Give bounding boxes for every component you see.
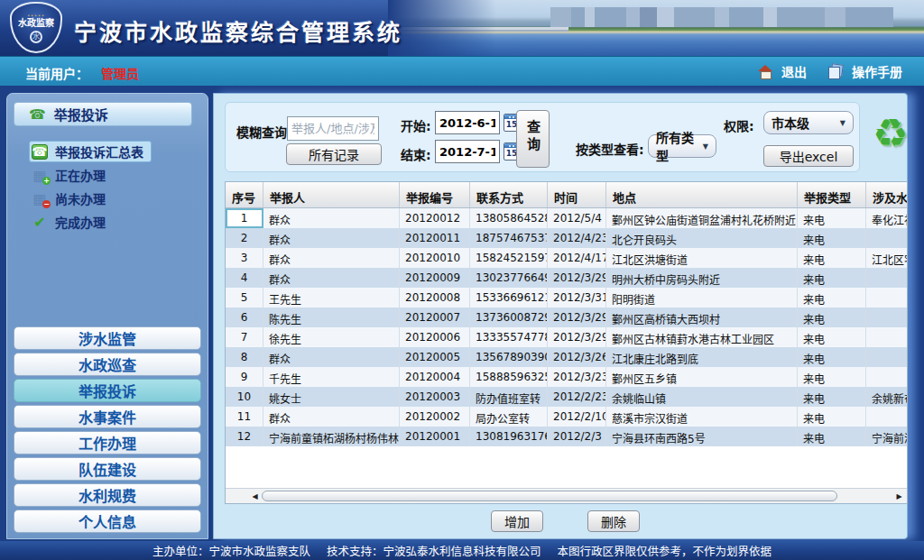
table-cell: 3 — [226, 248, 263, 268]
module-button-水事案件[interactable]: 水事案件 — [14, 405, 201, 428]
page-title: 宁波市水政监察综合管理系统 — [74, 14, 402, 47]
scroll-right-icon[interactable]: ▶ — [893, 491, 905, 502]
column-header[interactable]: 序号 — [226, 182, 263, 207]
refresh-icon[interactable]: ♻ — [873, 114, 908, 153]
fuzzy-query-label: 模糊查询: — [236, 123, 292, 141]
table-cell: 2012/3/26 — [548, 347, 606, 367]
scrollbar-thumb[interactable] — [262, 491, 837, 501]
table-cell: 来电 — [798, 427, 866, 446]
table-row[interactable]: 12宁海前童镇柘湖杨村杨伟林20120001130819631762012/2/… — [226, 427, 908, 446]
table-cell: 6 — [226, 308, 263, 327]
table-cell: 鄞州区高桥镇大西坝村 — [606, 308, 798, 327]
table-cell: 12 — [226, 427, 263, 446]
table-cell: 13805864528 — [470, 208, 548, 228]
table-cell: 来电 — [798, 288, 866, 308]
table-cell: 20120008 — [400, 288, 470, 308]
table-row[interactable]: 5王先生20120008153366961212012/3/31阳明街道来电 — [226, 288, 908, 308]
column-header[interactable]: 时间 — [548, 182, 606, 207]
table-row[interactable]: 1群众20120012138058645282012/5/4鄞州区钟公庙街道铜盆… — [226, 208, 908, 228]
delete-button[interactable]: 删除 — [587, 510, 640, 532]
table-row[interactable]: 9千先生20120004158885963252012/3/23鄞州区五乡镇来电 — [226, 367, 908, 387]
table-row[interactable]: 11群众20120002局办公室转2012/2/10慈溪市宗汉街道来电 — [226, 407, 908, 427]
module-button-队伍建设[interactable]: 队伍建设 — [14, 457, 201, 481]
table-row[interactable]: 3群众20120010158245215972012/4/17江北区洪塘街道来电… — [226, 248, 908, 268]
table-cell: 9 — [226, 367, 263, 387]
column-header[interactable]: 举报人 — [263, 182, 400, 207]
phone-icon: ☎ — [29, 106, 46, 123]
manual-link[interactable]: 操作手册 — [852, 62, 902, 80]
table-row[interactable]: 8群众20120005135678903902012/3/26江北康庄北路到底来… — [226, 347, 908, 367]
chevron-down-icon: ▼ — [840, 119, 845, 127]
column-header[interactable]: 举报编号 — [400, 182, 470, 207]
table-cell: 阳明街道 — [606, 288, 798, 308]
table-row[interactable]: 4群众20120009130237766492012/3/29明州大桥中房码头附… — [226, 268, 908, 288]
table-cell: 20120002 — [400, 407, 470, 427]
table-cell: 15336696121 — [470, 288, 548, 308]
logout-link[interactable]: 退出 — [781, 62, 807, 80]
table-cell: 13335574778 — [470, 327, 548, 347]
column-header[interactable]: 举报类型 — [798, 182, 866, 207]
sidebar-item[interactable]: ☎举报投诉汇总表 — [29, 141, 152, 162]
sidebar-item-label: 正在办理 — [55, 166, 106, 184]
table-cell: 11 — [226, 407, 263, 427]
table-cell: 2012/3/29 — [548, 268, 606, 288]
table-cell: 2012/3/29 — [548, 308, 606, 327]
table-cell: 20120012 — [400, 208, 470, 228]
sidebar-group-header[interactable]: ☎ 举报投诉 — [14, 102, 192, 126]
table-cell — [866, 347, 908, 367]
horizontal-scrollbar[interactable]: ◀ ▶ — [226, 488, 907, 503]
sidebar-item[interactable]: ✔完成办理 — [29, 211, 114, 233]
table-cell: 防办值班室转 — [470, 387, 548, 407]
check-icon: ✔ — [32, 215, 48, 230]
module-button-举报投诉[interactable]: 举报投诉 — [14, 379, 201, 402]
module-button-水政巡查[interactable]: 水政巡查 — [14, 353, 201, 376]
table-cell: 20120011 — [400, 228, 470, 248]
type-dropdown[interactable]: 所有类型 ▼ — [648, 134, 716, 158]
module-button-水利规费[interactable]: 水利规费 — [14, 483, 201, 507]
complaints-table: 序号举报人举报编号联系方式时间地点举报类型涉及水域 1群众20120012138… — [225, 181, 908, 504]
table-add-icon: ▦+ — [32, 168, 48, 183]
module-button-个人信息[interactable]: 个人信息 — [14, 510, 201, 533]
column-header[interactable]: 涉及水域 — [866, 182, 908, 207]
scroll-left-icon[interactable]: ◀ — [249, 491, 261, 502]
start-date-input[interactable] — [435, 111, 500, 134]
module-button-涉水监管[interactable]: 涉水监管 — [14, 326, 201, 350]
table-row[interactable]: 6陈先生20120007137360087292012/3/29鄞州区高桥镇大西… — [226, 308, 908, 327]
table-cell: 北仑开良码头 — [606, 228, 798, 248]
table-cell: 来电 — [798, 407, 866, 427]
main-panel: 模糊查询: 所有记录 开始: 15 结束: 15 查询 按类型查看: 所有类型 … — [213, 93, 908, 539]
table-cell: 来电 — [798, 367, 866, 387]
fuzzy-query-input[interactable] — [287, 116, 379, 141]
table-row[interactable]: 10姚女士20120003防办值班室转2012/2/23余姚临山镇来电余姚新奄 — [226, 387, 908, 407]
sidebar-item-label: 完成办理 — [55, 213, 106, 231]
table-row[interactable]: 7徐先生20120006133355747782012/3/29鄞州区古林镇葑水… — [226, 327, 908, 347]
table-cell: 20120005 — [400, 347, 470, 367]
table-cell: 江北区宅 — [866, 248, 908, 268]
export-excel-button[interactable]: 导出excel — [763, 145, 854, 167]
module-button-工作办理[interactable]: 工作办理 — [14, 431, 201, 454]
column-header[interactable]: 地点 — [606, 182, 798, 207]
table-cell: 20120010 — [400, 248, 470, 268]
table-cell: 徐先生 — [263, 327, 400, 347]
table-cell: 群众 — [263, 407, 400, 427]
table-cell: 20120006 — [400, 327, 470, 347]
table-cell: 千先生 — [263, 367, 400, 387]
table-cell: 20120007 — [400, 308, 470, 327]
table-cell: 20120003 — [400, 387, 470, 407]
end-date-input[interactable] — [435, 140, 500, 163]
column-header[interactable]: 联系方式 — [470, 182, 548, 207]
table-cell: 群众 — [263, 208, 400, 228]
manual-book-icon[interactable] — [828, 64, 843, 78]
table-cell: 15888596325 — [470, 367, 548, 387]
start-date-label: 开始: — [401, 116, 431, 134]
table-cell: 2012/2/10 — [548, 407, 606, 427]
add-button[interactable]: 增加 — [491, 510, 543, 532]
query-button[interactable]: 查询 — [516, 110, 550, 168]
sidebar-item[interactable]: ▦−尚未办理 — [29, 188, 114, 209]
home-icon[interactable] — [758, 65, 772, 78]
sidebar-item[interactable]: ▦+正在办理 — [29, 164, 114, 186]
table-cell: 18757467537 — [470, 228, 548, 248]
all-records-button[interactable]: 所有记录 — [286, 143, 382, 165]
table-row[interactable]: 2群众20120011187574675372012/4/23北仑开良码头来电 — [226, 228, 908, 248]
permission-dropdown[interactable]: 市本级 ▼ — [763, 111, 854, 134]
